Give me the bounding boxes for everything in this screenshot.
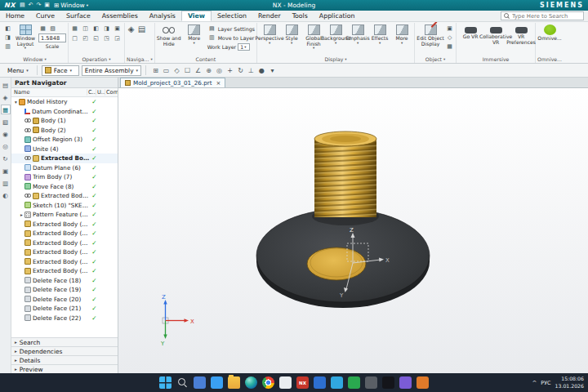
snap-circle-icon[interactable]: ◎ xyxy=(214,65,225,76)
undo-icon[interactable]: ↶ xyxy=(29,0,33,11)
section-preview[interactable]: ▸Preview xyxy=(11,364,118,373)
tree-item[interactable]: Body (2)✓ xyxy=(11,126,118,136)
window-side-icon-2[interactable]: ◨ xyxy=(3,33,12,42)
roles-icon[interactable]: ◐ xyxy=(1,190,11,200)
immersive-button-vr-preferences[interactable]: VR Preferences xyxy=(509,23,533,56)
tree-item[interactable]: Extracted Body (12)✓ xyxy=(11,220,118,229)
app-button-5[interactable] xyxy=(365,376,377,389)
part-file-tab[interactable]: Mold_project_03_01_26.prt × xyxy=(120,78,225,87)
window-zoom-icon[interactable]: ▭ xyxy=(161,65,172,76)
section-search[interactable]: ▸Search xyxy=(11,337,118,346)
snap-point-icon[interactable]: + xyxy=(225,65,235,76)
tree-item[interactable]: Datum Plane (6)✓ xyxy=(11,163,118,173)
visibility-glasses-icon[interactable] xyxy=(24,128,32,132)
tab-surface[interactable]: Surface xyxy=(60,11,96,21)
search-input[interactable] xyxy=(512,13,581,20)
app-button-1[interactable] xyxy=(279,376,292,389)
tree-item[interactable]: Extracted Body (15)✓ xyxy=(11,247,118,257)
group-label-immersive[interactable]: Immersive xyxy=(458,56,533,63)
object-side-icon-1[interactable]: ▣ xyxy=(445,24,454,33)
display-button-background[interactable]: Background▾ xyxy=(325,23,346,56)
viewport-3d[interactable]: Z X Y Z X Y xyxy=(118,88,588,373)
caret-icon[interactable]: ▸ xyxy=(19,212,24,217)
hd3d-tools-icon[interactable]: ◉ xyxy=(1,129,11,139)
tree-item[interactable]: Delete Face (21)✓ xyxy=(11,304,118,314)
group-label-window[interactable]: Window▾ xyxy=(3,56,66,63)
tray-chevron-icon[interactable]: ^ xyxy=(532,380,537,386)
tree-item[interactable]: Extracted Body (16)✓ xyxy=(11,257,118,267)
selection-scope-dropdown[interactable]: Entire Assembly ▾ xyxy=(82,65,141,76)
file-explorer-button[interactable] xyxy=(228,376,240,389)
display-button-effects[interactable]: Effects▾ xyxy=(369,23,390,56)
display-button-more[interactable]: More▾ xyxy=(391,23,412,56)
tree-item[interactable]: Unite (4)✓ xyxy=(11,145,118,154)
chrome-browser-button[interactable] xyxy=(262,376,274,389)
task-view-button[interactable] xyxy=(194,376,206,389)
app-button-6[interactable] xyxy=(382,376,394,389)
selection-filter-dropdown[interactable]: Face ▾ xyxy=(42,65,79,76)
display-button-perspective[interactable]: Perspective▾ xyxy=(259,23,280,56)
part-navigator-icon[interactable]: ▦ xyxy=(1,105,11,114)
viewport-canvas[interactable]: Z X Y Z X Y xyxy=(118,88,588,373)
immersive-button-collaborative-vr[interactable]: Collaborative VR xyxy=(483,23,508,56)
process-studio-icon[interactable]: ▣ xyxy=(1,166,11,176)
object-side-icon-2[interactable]: ◇ xyxy=(445,33,454,42)
tree-item[interactable]: Delete Face (22)✓ xyxy=(11,314,118,323)
assembly-navigator-icon[interactable]: ▤ xyxy=(1,80,11,90)
widgets-button[interactable] xyxy=(211,376,223,389)
tree-item[interactable]: ▸Pattern Feature (Circu...✓ xyxy=(11,210,118,220)
search-button[interactable] xyxy=(176,376,189,389)
content-more-button[interactable]: More ▾ xyxy=(182,23,207,56)
window-layout-button[interactable]: Window Layout ▾ xyxy=(13,23,38,56)
snap-midpoint-icon[interactable]: ◇ xyxy=(172,65,182,76)
group-label-display[interactable]: Display▾ xyxy=(259,56,412,63)
snap-center-icon[interactable]: ⊕ xyxy=(203,65,214,76)
tree-item[interactable]: Extracted Body (14)✓ xyxy=(11,238,118,248)
tree-item[interactable]: Offset Region (3)✓ xyxy=(11,135,118,145)
window-mini-icon-1[interactable]: ▦ xyxy=(38,24,47,33)
column-comment[interactable]: Comm xyxy=(105,89,118,96)
app-button-7[interactable] xyxy=(399,376,412,389)
tree-item[interactable]: Datum Coordinate Sy...✓ xyxy=(11,107,118,117)
caret-icon[interactable]: ▾ xyxy=(13,100,19,105)
display-button-emphasis[interactable]: Emphasis▾ xyxy=(347,23,368,56)
app-button-8[interactable] xyxy=(416,376,429,389)
nx-app-button[interactable]: NX xyxy=(296,376,309,389)
taskbar-clock[interactable]: 15:08:06 13.01.2026 xyxy=(555,376,584,389)
tree-item[interactable]: Extracted Body (13)✓ xyxy=(11,229,118,238)
tree-item[interactable]: ▾Model History✓ xyxy=(11,97,118,107)
section-details[interactable]: ▸Details xyxy=(11,355,118,364)
window-mini-icon-2[interactable]: ▧ xyxy=(48,24,57,33)
tab-render[interactable]: Render xyxy=(252,11,287,21)
tree-item[interactable]: Move Face (8)✓ xyxy=(11,182,118,192)
tab-view[interactable]: View xyxy=(181,11,212,21)
tab-analysis[interactable]: Analysis xyxy=(144,11,181,21)
refresh-icon[interactable]: ↻ xyxy=(235,65,246,76)
visibility-glasses-icon[interactable] xyxy=(24,194,32,198)
history-palette-icon[interactable]: ↻ xyxy=(1,154,11,163)
section-dependencies[interactable]: ▸Dependencies xyxy=(11,346,118,355)
operation-icon-8[interactable]: ◱ xyxy=(91,34,100,42)
tree-item[interactable]: Delete Face (19)✓ xyxy=(11,285,118,295)
save-icon[interactable]: ▤ xyxy=(20,0,25,11)
operation-icon-4[interactable]: ◨ xyxy=(102,24,111,33)
language-indicator[interactable]: РУС xyxy=(541,380,550,386)
group-label-content[interactable]: Content xyxy=(157,56,255,63)
operation-icon-5[interactable]: ▣ xyxy=(113,24,122,33)
edit-object-display-button[interactable]: Edit Object Display xyxy=(416,23,444,56)
model-3d[interactable]: Z X Y xyxy=(256,131,430,308)
tab-application[interactable]: Application xyxy=(314,11,361,21)
web-browser-icon[interactable]: ◎ xyxy=(1,141,11,151)
column-created[interactable]: C... xyxy=(87,89,96,96)
group-label-object[interactable]: Object▾ xyxy=(416,56,454,63)
command-search-box[interactable] xyxy=(501,11,584,20)
fit-view-icon[interactable]: ⊞ xyxy=(150,65,161,76)
operation-icon-2[interactable]: ◫ xyxy=(81,24,90,33)
snap-dot-icon[interactable]: ● xyxy=(256,65,267,76)
app-button-2[interactable] xyxy=(314,376,326,389)
tree-item[interactable]: Body (1)✓ xyxy=(11,116,118,126)
tab-home[interactable]: Home xyxy=(0,11,30,21)
close-tab-icon[interactable]: × xyxy=(216,80,221,87)
window-side-icon-3[interactable]: ▥ xyxy=(3,42,12,51)
tree-item[interactable]: Extracted Body (9)✓ xyxy=(11,191,118,201)
